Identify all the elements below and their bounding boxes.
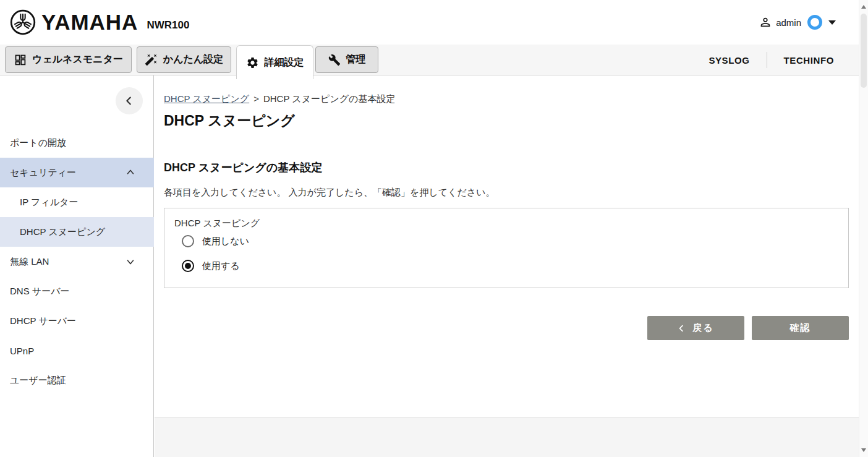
user-name: admin [776, 17, 801, 28]
wrench-icon [328, 54, 341, 66]
radio-option-enable[interactable]: 使用する [182, 260, 240, 272]
yamaha-logo-icon [9, 9, 36, 36]
radio-unselected-icon[interactable] [182, 235, 194, 247]
confirm-button[interactable]: 確認 [752, 316, 849, 340]
chevron-down-icon [126, 257, 135, 267]
radio-label: 使用しない [202, 236, 249, 247]
sidebar-item-label: UPnP [10, 346, 34, 356]
chevron-up-icon [126, 168, 135, 177]
sidebar: ポートの開放 セキュリティー IP フィルター DHCP スヌーピング 無線 L… [0, 75, 154, 457]
person-icon [759, 15, 772, 29]
syslog-link[interactable]: SYSLOG [708, 55, 749, 66]
form-actions: 戻る 確認 [647, 316, 849, 340]
radio-selected-icon[interactable] [182, 260, 194, 272]
tab-wellness-monitor[interactable]: ウェルネスモニター [5, 46, 132, 73]
section-heading: DHCP スヌーピングの基本設定 [164, 160, 322, 175]
breadcrumb: DHCP スヌーピング>DHCP スヌーピングの基本設定 [164, 93, 395, 105]
breadcrumb-separator: > [253, 93, 259, 104]
sidebar-item-security[interactable]: セキュリティー [0, 158, 154, 187]
chevron-left-icon [124, 95, 135, 106]
sidebar-collapse-button[interactable] [116, 87, 143, 114]
tab-label: 管理 [346, 53, 366, 66]
chevron-left-icon [678, 324, 686, 333]
tab-advanced-settings[interactable]: 詳細設定 [236, 45, 313, 79]
blue-ring-icon [807, 15, 822, 30]
dhcp-snooping-form: DHCP スヌーピング 使用しない 使用する [164, 208, 849, 288]
header: YAMAHA NWR100 admin [0, 0, 859, 45]
main-content: DHCP スヌーピング>DHCP スヌーピングの基本設定 DHCP スヌーピング… [155, 75, 859, 417]
user-menu[interactable]: admin [759, 0, 836, 45]
breadcrumb-current: DHCP スヌーピングの基本設定 [263, 93, 396, 104]
sidebar-item-label: IP フィルター [20, 197, 78, 208]
sidebar-item-label: セキュリティー [10, 167, 76, 179]
page-title: DHCP スヌーピング [164, 111, 295, 130]
form-label: DHCP スヌーピング [174, 218, 260, 229]
brand: YAMAHA NWR100 [9, 9, 189, 36]
sidebar-item-port-open[interactable]: ポートの開放 [0, 128, 154, 158]
page: YAMAHA NWR100 admin ウェルネスモニター [0, 0, 868, 457]
radio-label: 使用する [202, 260, 240, 272]
nav-links: SYSLOG TECHINFO [708, 45, 834, 75]
back-button-label: 戻る [692, 322, 713, 334]
sidebar-menu: ポートの開放 セキュリティー IP フィルター DHCP スヌーピング 無線 L… [0, 128, 154, 395]
tab-label: かんたん設定 [163, 53, 224, 66]
main-navbar: ウェルネスモニター かんたん設定 詳細設定 管理 SYSLOG TECHINFO [0, 45, 859, 75]
sidebar-item-wireless-lan[interactable]: 無線 LAN [0, 247, 154, 276]
tab-management[interactable]: 管理 [315, 46, 378, 73]
sidebar-item-label: DNS サーバー [10, 286, 70, 297]
footer-strip [155, 417, 859, 457]
tab-easy-setup[interactable]: かんたん設定 [137, 46, 231, 73]
scroll-up-icon[interactable] [861, 5, 866, 9]
tab-label: 詳細設定 [265, 56, 304, 69]
scrollbar[interactable] [859, 0, 868, 457]
radio-option-disable[interactable]: 使用しない [182, 235, 249, 247]
tab-label: ウェルネスモニター [32, 53, 123, 66]
sidebar-item-dhcp-snooping[interactable]: DHCP スヌーピング [0, 217, 154, 247]
instructions-text: 各項目を入力してください。 入力が完了したら、「確認」を押してください。 [164, 187, 495, 199]
sidebar-item-ip-filter[interactable]: IP フィルター [0, 187, 154, 217]
sidebar-item-upnp[interactable]: UPnP [0, 336, 154, 365]
sidebar-item-label: ユーザー認証 [10, 375, 66, 387]
radio-dot [185, 263, 191, 269]
sidebar-item-label: DHCP サーバー [10, 315, 76, 327]
gear-icon [246, 56, 259, 69]
sidebar-item-label: 無線 LAN [10, 256, 49, 268]
sidebar-item-user-auth[interactable]: ユーザー認証 [0, 365, 154, 395]
sidebar-item-label: ポートの開放 [10, 137, 66, 149]
sidebar-item-label: DHCP スヌーピング [20, 226, 105, 238]
caret-down-icon [828, 20, 836, 25]
confirm-button-label: 確認 [790, 322, 811, 334]
dashboard-icon [14, 53, 27, 66]
sidebar-item-dhcp-server[interactable]: DHCP サーバー [0, 306, 154, 336]
nav-divider [767, 52, 767, 68]
back-button[interactable]: 戻る [647, 316, 744, 340]
breadcrumb-link[interactable]: DHCP スヌーピング [164, 93, 249, 104]
model-name: NWR100 [147, 19, 189, 32]
scroll-down-icon[interactable] [861, 448, 866, 452]
magic-wand-icon [145, 53, 158, 66]
techinfo-link[interactable]: TECHINFO [784, 55, 834, 66]
scrollbar-thumb[interactable] [861, 14, 867, 88]
brand-name: YAMAHA [41, 10, 138, 35]
sidebar-item-dns-server[interactable]: DNS サーバー [0, 276, 154, 306]
